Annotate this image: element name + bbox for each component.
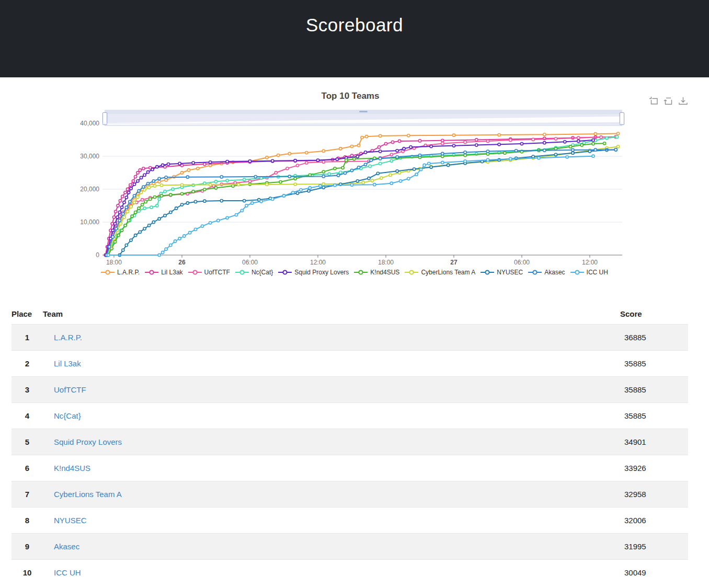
- data-point: [241, 209, 243, 212]
- data-point: [322, 160, 325, 163]
- data-point: [165, 176, 167, 179]
- table-row: 4Nc{Cat}35885: [12, 403, 688, 429]
- data-point: [566, 156, 568, 158]
- legend-marker-icon: [481, 269, 494, 275]
- place-cell: 8: [12, 508, 43, 534]
- data-point: [509, 157, 512, 160]
- y-axis-label: 40,000: [80, 120, 99, 127]
- data-point: [130, 205, 132, 208]
- data-point: [134, 211, 137, 214]
- data-point: [149, 198, 152, 200]
- data-point: [115, 227, 118, 230]
- data-point: [337, 174, 339, 177]
- page-title: Scoreboard: [0, 0, 709, 36]
- team-cell: Nc{Cat}: [43, 403, 620, 429]
- data-point: [117, 204, 119, 207]
- team-link[interactable]: Nc{Cat}: [54, 411, 81, 420]
- data-point: [162, 164, 164, 166]
- legend-marker-icon: [188, 269, 202, 275]
- legend-item[interactable]: UofTCTF: [188, 269, 230, 276]
- team-link[interactable]: NYUSEC: [54, 516, 87, 525]
- data-point: [124, 224, 127, 227]
- data-point: [143, 189, 146, 191]
- data-point: [617, 145, 620, 148]
- data-point: [121, 229, 123, 232]
- data-point: [538, 157, 540, 159]
- data-point: [217, 219, 220, 222]
- data-point: [143, 227, 146, 230]
- data-point: [379, 150, 382, 153]
- data-point: [209, 183, 212, 186]
- data-point: [142, 167, 145, 170]
- legend-item[interactable]: K!nd4SUS: [354, 269, 399, 276]
- data-point: [133, 194, 135, 197]
- data-point: [322, 149, 325, 152]
- data-point: [111, 229, 114, 232]
- data-point: [407, 134, 410, 137]
- data-point: [141, 203, 144, 206]
- legend-item[interactable]: Lil L3ak: [145, 269, 182, 276]
- data-point: [152, 221, 155, 223]
- team-link[interactable]: ICC UH: [54, 568, 81, 577]
- data-point: [452, 134, 455, 136]
- data-point: [322, 183, 325, 186]
- legend-item[interactable]: ICC UH: [570, 269, 608, 276]
- legend-item[interactable]: CyberLions Team A: [405, 269, 475, 276]
- x-axis-label: 12:00: [310, 259, 326, 266]
- data-point: [126, 188, 129, 190]
- data-point: [345, 159, 348, 162]
- data-point: [121, 206, 123, 209]
- chart-legend: L.A.R.P.Lil L3akUofTCTFNc{Cat}Squid Prox…: [0, 269, 709, 276]
- data-point: [203, 182, 206, 185]
- data-point: [364, 163, 367, 166]
- scoreboard-chart[interactable]: Top 10 Teams: [0, 77, 709, 286]
- data-point: [203, 200, 206, 202]
- team-link[interactable]: Lil L3ak: [54, 359, 81, 368]
- y-axis-label: 0: [96, 251, 99, 259]
- legend-item[interactable]: Squid Proxy Lovers: [278, 269, 349, 276]
- line-chart-canvas[interactable]: 010,00020,00030,00040,00018:002606:0012:…: [0, 77, 709, 286]
- series-line: [108, 143, 604, 255]
- score-cell: 35885: [620, 377, 688, 403]
- legend-item[interactable]: Akasec: [528, 269, 565, 276]
- data-point: [117, 234, 120, 237]
- legend-label: CyberLions Team A: [421, 269, 475, 276]
- data-point: [532, 155, 534, 158]
- data-point: [271, 159, 274, 162]
- legend-item[interactable]: NYUSEC: [481, 269, 523, 276]
- y-axis-label: 20,000: [80, 186, 99, 193]
- data-point: [169, 193, 172, 196]
- data-point: [178, 237, 181, 240]
- data-point: [396, 156, 398, 158]
- data-point: [128, 191, 130, 194]
- team-link[interactable]: Akasec: [54, 542, 79, 551]
- team-link[interactable]: UofTCTF: [54, 385, 86, 394]
- data-point: [498, 134, 500, 136]
- data-point: [237, 183, 240, 186]
- team-cell: K!nd4SUS: [43, 455, 620, 481]
- data-point: [194, 200, 197, 203]
- legend-item[interactable]: L.A.R.P.: [101, 269, 140, 276]
- team-link[interactable]: Squid Proxy Lovers: [54, 437, 122, 446]
- data-point: [126, 210, 129, 213]
- data-point: [123, 201, 125, 204]
- data-point: [167, 163, 169, 166]
- data-point: [169, 211, 172, 214]
- data-point: [124, 191, 127, 194]
- team-link[interactable]: K!nd4SUS: [54, 464, 90, 472]
- data-point: [133, 183, 135, 186]
- team-link[interactable]: CyberLions Team A: [54, 490, 122, 499]
- data-point: [138, 207, 140, 210]
- team-link[interactable]: L.A.R.P.: [54, 333, 82, 342]
- score-cell: 36885: [620, 325, 688, 351]
- score-cell: 30049: [620, 560, 688, 586]
- team-cell: UofTCTF: [43, 377, 620, 403]
- legend-item[interactable]: Nc{Cat}: [235, 269, 273, 276]
- data-point: [396, 170, 398, 172]
- data-point: [475, 139, 478, 141]
- data-point: [504, 152, 506, 154]
- data-point: [187, 169, 190, 171]
- data-point: [180, 183, 183, 186]
- place-cell: 4: [12, 403, 43, 429]
- data-point: [114, 240, 117, 243]
